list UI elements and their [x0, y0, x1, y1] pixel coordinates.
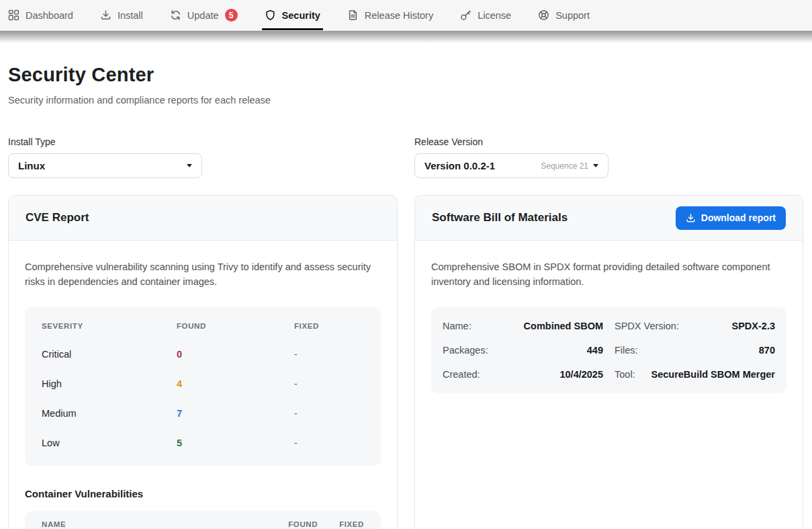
info-label: Files: — [615, 345, 638, 356]
info-value: 870 — [759, 345, 775, 356]
nav-scroll-shadow — [0, 31, 812, 43]
list-item: Packages: 449 — [443, 338, 603, 362]
sbom-card: Software Bill of Materials Download repo… — [414, 195, 803, 529]
nav-item-support[interactable]: Support — [538, 0, 590, 30]
fixed-col-header: FIXED — [339, 520, 364, 528]
install-type-label: Install Type — [8, 136, 202, 147]
list-item: Created: 10/4/2025 — [443, 362, 603, 386]
info-label: Tool: — [615, 369, 635, 380]
fixed-col-header: FIXED — [294, 322, 364, 330]
nav-label: Support — [555, 10, 590, 21]
nav-label: Release History — [365, 10, 433, 21]
found-col-header: FOUND — [177, 322, 294, 330]
info-value: SPDX-2.3 — [732, 321, 775, 331]
nav-label: Dashboard — [26, 10, 73, 21]
download-report-button[interactable]: Download report — [676, 206, 786, 230]
cards-row: CVE Report Comprehensive vulnerability s… — [8, 195, 804, 529]
severity-table: SEVERITY FOUND FIXED Critical 0 - High 4… — [25, 307, 381, 466]
document-icon — [347, 9, 359, 21]
nav-item-dashboard[interactable]: Dashboard — [8, 0, 73, 30]
info-label: Name: — [443, 321, 471, 331]
nav-item-security[interactable]: Security — [265, 0, 320, 30]
sbom-card-header: Software Bill of Materials Download repo… — [415, 196, 803, 241]
severity-found-count: 0 — [177, 349, 294, 360]
page-content: Security Center Security information and… — [0, 64, 812, 529]
severity-found-count: 5 — [177, 438, 294, 448]
list-item: SPDX Version: SPDX-2.3 — [615, 314, 775, 338]
severity-fixed-count: - — [294, 349, 364, 360]
container-vulnerabilities-heading: Container Vulnerabilities — [25, 488, 381, 499]
install-type-select[interactable]: Linux — [8, 153, 202, 178]
cve-card-header: CVE Report — [9, 196, 397, 241]
chevron-down-icon — [593, 164, 598, 167]
dashboard-icon — [8, 9, 19, 21]
info-label: SPDX Version: — [615, 321, 679, 331]
sbom-card-body: Comprehensive SBOM in SPDX format provid… — [415, 241, 803, 413]
sbom-info-grid: Name: Combined SBOM SPDX Version: SPDX-2… — [431, 307, 786, 393]
download-icon — [100, 9, 111, 21]
nav-item-update[interactable]: Update 5 — [170, 0, 238, 30]
name-col-header: NAME — [42, 520, 288, 528]
info-value: 449 — [587, 345, 603, 356]
nav-label: Install — [118, 10, 143, 21]
severity-name: Critical — [42, 349, 177, 360]
table-row: Critical 0 - — [25, 339, 381, 369]
download-report-label: Download report — [701, 212, 776, 223]
cve-card-body: Comprehensive vulnerability scanning usi… — [9, 241, 397, 529]
shield-icon — [265, 9, 276, 21]
list-item: Files: 870 — [615, 338, 775, 362]
severity-table-header: SEVERITY FOUND FIXED — [25, 313, 381, 339]
sbom-card-title: Software Bill of Materials — [432, 211, 568, 225]
list-item: Name: Combined SBOM — [443, 314, 603, 338]
sbom-description: Comprehensive SBOM in SPDX format provid… — [431, 260, 786, 289]
info-value: Combined SBOM — [524, 321, 603, 331]
page-subtitle: Security information and compliance repo… — [8, 95, 804, 106]
nav-item-release-history[interactable]: Release History — [347, 0, 433, 30]
info-value: 10/4/2025 — [559, 369, 603, 380]
severity-fixed-count: - — [294, 438, 364, 448]
release-version-group: Release Version Version 0.0.2-1 Sequence… — [414, 136, 608, 178]
severity-found-count: 7 — [177, 408, 294, 419]
info-value: SecureBuild SBOM Merger — [651, 369, 775, 380]
severity-fixed-count: - — [294, 378, 364, 389]
download-icon — [686, 213, 696, 223]
update-count-badge: 5 — [225, 9, 238, 22]
table-row: Low 5 - — [25, 428, 381, 458]
refresh-icon — [170, 9, 181, 21]
severity-fixed-count: - — [294, 408, 364, 419]
severity-name: Low — [42, 438, 177, 448]
release-version-select[interactable]: Version 0.0.2-1 Sequence 21 — [414, 153, 608, 178]
nav-label: Security — [282, 10, 320, 21]
nav-item-license[interactable]: License — [460, 0, 511, 30]
severity-name: Medium — [42, 408, 177, 419]
page-title: Security Center — [8, 64, 804, 86]
release-version-label: Release Version — [414, 136, 608, 147]
sequence-note: Sequence 21 — [541, 161, 588, 171]
install-type-group: Install Type Linux — [8, 136, 202, 178]
table-row: Medium 7 - — [25, 399, 381, 428]
install-type-value: Linux — [18, 160, 187, 171]
severity-col-header: SEVERITY — [42, 322, 177, 330]
chevron-down-icon — [187, 164, 192, 167]
info-label: Created: — [443, 369, 480, 380]
nav-label: Update — [187, 10, 219, 21]
cve-report-card: CVE Report Comprehensive vulnerability s… — [8, 195, 398, 529]
release-version-value: Version 0.0.2-1 — [424, 160, 541, 171]
top-navigation: Dashboard Install Update 5 Security — [0, 0, 812, 31]
found-col-header: FOUND — [288, 520, 318, 528]
key-icon — [460, 9, 471, 21]
list-item: Tool: SecureBuild SBOM Merger — [615, 362, 775, 386]
lifebuoy-icon — [538, 9, 549, 21]
table-row: High 4 - — [25, 369, 381, 399]
filters-row: Install Type Linux Release Version Versi… — [8, 136, 804, 178]
cve-description: Comprehensive vulnerability scanning usi… — [25, 260, 381, 289]
severity-name: High — [42, 378, 177, 389]
container-vulnerabilities-table-header: NAME FOUND FIXED — [25, 511, 381, 529]
severity-found-count: 4 — [177, 378, 294, 389]
info-label: Packages: — [443, 345, 488, 356]
cve-card-title: CVE Report — [26, 211, 89, 225]
nav-item-install[interactable]: Install — [100, 0, 143, 30]
nav-label: License — [478, 10, 511, 21]
